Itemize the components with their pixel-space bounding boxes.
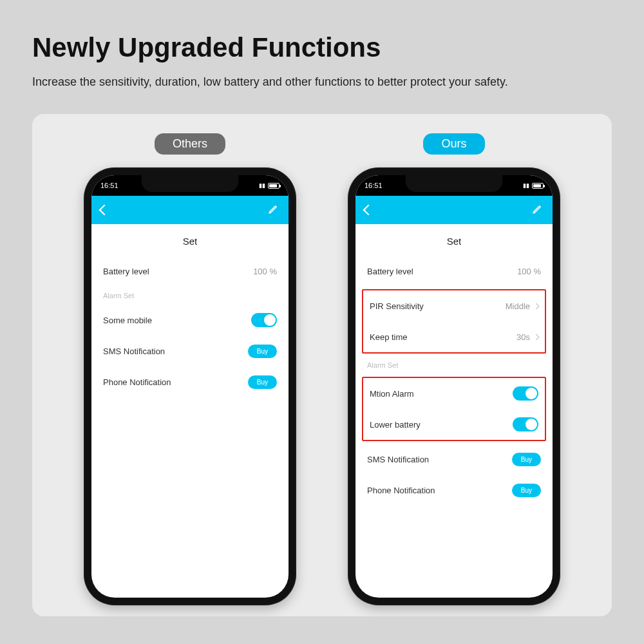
battery-value: 100 %: [517, 267, 541, 276]
battery-label: Battery level: [367, 267, 413, 276]
highlight-box-alarms: Mtion Alarm Lower battery: [362, 377, 546, 441]
highlight-box-sensitivity: PIR Sensitivity Middle Keep time: [362, 289, 546, 354]
others-phone-frame: 16:51 ▮▮ Set: [84, 167, 296, 605]
pir-label: PIR Sensitivity: [370, 301, 424, 311]
phone-notif-label: Phone Notification: [103, 377, 171, 387]
screen-title: Set: [91, 224, 289, 256]
status-time: 16:51: [100, 182, 118, 189]
battery-row: Battery level 100 %: [103, 256, 277, 287]
phone-notch: [406, 175, 502, 192]
pir-value: Middle: [506, 301, 530, 311]
comparison-panel: Others 16:51 ▮▮: [32, 114, 612, 616]
phone-notif-label: Phone Notification: [367, 486, 435, 495]
status-time: 16:51: [365, 182, 383, 189]
phone-notif-row: Phone Notification Buy: [103, 366, 277, 397]
phone-notif-row: Phone Notification Buy: [367, 475, 541, 506]
motion-alarm-label: Mtion Alarm: [370, 389, 414, 399]
chevron-right-icon: [533, 303, 540, 309]
sms-buy-button[interactable]: Buy: [512, 453, 541, 466]
phone-notch: [142, 175, 238, 192]
keep-time-row[interactable]: Keep time 30s: [370, 321, 538, 352]
lower-battery-label: Lower battery: [370, 420, 421, 430]
app-header: [91, 196, 289, 224]
motion-alarm-row: Mtion Alarm: [370, 378, 538, 409]
battery-icon: [268, 183, 279, 189]
ours-badge: Ours: [423, 133, 484, 155]
battery-label: Battery level: [103, 267, 149, 276]
sms-row: SMS Notification Buy: [103, 336, 277, 366]
screen-title: Set: [355, 224, 553, 256]
motion-alarm-toggle[interactable]: [513, 386, 538, 401]
phone-buy-button[interactable]: Buy: [248, 375, 277, 389]
ours-phone-frame: 16:51 ▮▮ Set: [348, 167, 560, 605]
keep-time-value: 30s: [516, 332, 530, 342]
pir-row[interactable]: PIR Sensitivity Middle: [370, 290, 538, 321]
battery-row: Battery level 100 %: [367, 256, 541, 287]
alarm-set-group-label: Alarm Set: [367, 356, 541, 374]
app-header: [355, 196, 553, 224]
battery-icon: [532, 183, 544, 189]
signal-icon: ▮▮: [523, 182, 529, 189]
lower-battery-row: Lower battery: [370, 409, 538, 440]
battery-value: 100 %: [253, 267, 277, 276]
some-mobile-label: Some mobile: [103, 316, 152, 325]
sms-label: SMS Notification: [367, 455, 429, 464]
some-mobile-toggle[interactable]: [251, 313, 277, 327]
others-column: Others 16:51 ▮▮: [84, 133, 296, 605]
edit-icon[interactable]: [532, 203, 544, 217]
page-title: Newly Upgraded Functions: [32, 32, 612, 63]
signal-icon: ▮▮: [259, 182, 265, 189]
alarm-set-group-label: Alarm Set: [103, 287, 277, 305]
lower-battery-toggle[interactable]: [513, 417, 538, 431]
edit-icon[interactable]: [268, 203, 279, 217]
page-subtitle: Increase the sensitivity, duration, low …: [32, 73, 547, 91]
chevron-right-icon: [533, 334, 540, 340]
phone-buy-button[interactable]: Buy: [512, 484, 541, 497]
sms-buy-button[interactable]: Buy: [248, 345, 277, 358]
some-mobile-row: Some mobile: [103, 305, 277, 336]
ours-column: Ours 16:51 ▮▮: [348, 133, 560, 605]
sms-label: SMS Notification: [103, 346, 165, 356]
sms-row: SMS Notification Buy: [367, 444, 541, 475]
keep-time-label: Keep time: [370, 332, 408, 342]
others-badge: Others: [155, 133, 225, 155]
back-icon[interactable]: [99, 205, 110, 216]
back-icon[interactable]: [363, 205, 374, 216]
